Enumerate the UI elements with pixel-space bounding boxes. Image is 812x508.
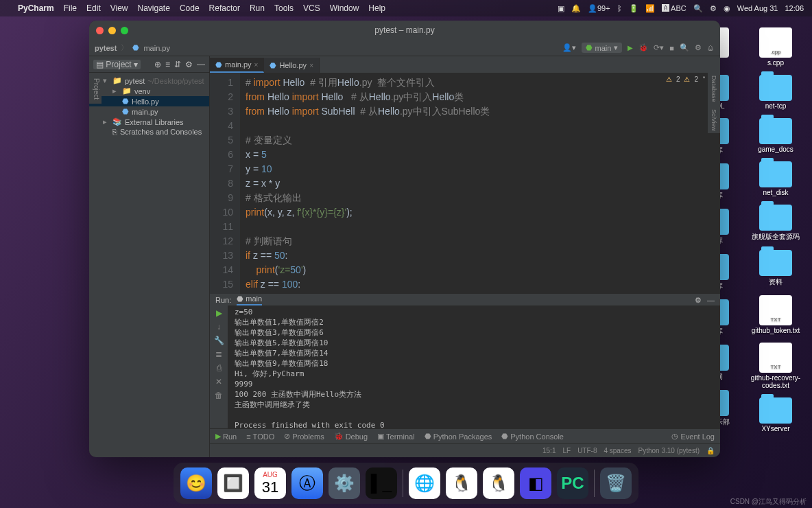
tree-row[interactable]: ⬣Hello.py bbox=[89, 96, 209, 106]
dock-pycharm[interactable]: PC bbox=[557, 467, 588, 499]
menu-tools[interactable]: Tools bbox=[274, 3, 294, 13]
status-caret-pos[interactable]: 15:1 bbox=[542, 447, 556, 454]
status-screen-icon[interactable]: ▣ bbox=[558, 4, 564, 13]
desktop-item[interactable]: XYserver bbox=[759, 397, 792, 432]
close-tab-icon[interactable]: × bbox=[254, 61, 259, 69]
tree-row[interactable]: ⎘Scratches and Consoles bbox=[89, 127, 209, 137]
desktop-item[interactable]: 旗舰版全套源码 bbox=[752, 205, 800, 242]
status-indent[interactable]: 4 spaces bbox=[604, 447, 631, 454]
stripe-sciview[interactable]: SciView bbox=[710, 106, 717, 134]
status-input-source[interactable]: 🅰 ABC bbox=[662, 4, 686, 12]
tree-row[interactable]: ▾📁pytest ~/Desktop/pytest bbox=[89, 76, 209, 86]
window-titlebar[interactable]: pytest – main.py bbox=[89, 21, 720, 40]
ide-settings-icon[interactable]: ⚙ bbox=[695, 43, 702, 52]
print-icon[interactable]: ⎙ bbox=[217, 363, 222, 373]
status-bell-icon[interactable]: 🔔 bbox=[571, 4, 581, 13]
tree-row[interactable]: ⬣main.py bbox=[89, 106, 209, 117]
add-config-icon[interactable]: 👤▾ bbox=[562, 43, 576, 52]
menu-navigate[interactable]: Navigate bbox=[138, 3, 170, 13]
desktop-item[interactable]: 资料 bbox=[759, 250, 792, 287]
breadcrumb-file[interactable]: main.py bbox=[143, 44, 170, 52]
dock-settings[interactable]: ⚙️ bbox=[329, 467, 360, 499]
expand-all-icon[interactable]: ≡ bbox=[165, 60, 170, 69]
dock-qq[interactable]: 🐧 bbox=[446, 467, 477, 499]
tool-run[interactable]: ▶Run bbox=[215, 432, 237, 441]
trash-icon[interactable]: 🗑 bbox=[215, 391, 223, 400]
status-wifi-icon[interactable]: 📶 bbox=[645, 4, 655, 13]
run-tab-main[interactable]: ⬣ main bbox=[237, 295, 262, 305]
status-battery-icon[interactable]: 🔋 bbox=[629, 4, 638, 13]
dock-appstore[interactable]: Ⓐ bbox=[291, 467, 323, 499]
tool-python-console[interactable]: ⬣ Python Console bbox=[501, 432, 564, 441]
menu-refactor[interactable]: Refactor bbox=[209, 3, 240, 13]
stop-button[interactable]: ■ bbox=[669, 44, 674, 52]
tree-row[interactable]: ▸📁venv bbox=[89, 86, 209, 96]
desktop-item[interactable]: net-tcp bbox=[759, 75, 792, 110]
collapse-all-icon[interactable]: ⇵ bbox=[174, 60, 181, 69]
run-config-selector[interactable]: ⬣main ▾ bbox=[582, 43, 623, 53]
dock-calendar[interactable]: AUG31 bbox=[254, 467, 286, 499]
debug-button[interactable]: 🐞 bbox=[638, 43, 648, 52]
menu-view[interactable]: View bbox=[110, 3, 128, 13]
status-siri-icon[interactable]: ◉ bbox=[724, 4, 730, 13]
tool-python-packages[interactable]: ⬣ Python Packages bbox=[425, 432, 492, 441]
clear-icon[interactable]: ✕ bbox=[215, 377, 222, 386]
breadcrumb-project[interactable]: pytest bbox=[95, 44, 117, 52]
tree-row[interactable]: ▸📚External Libraries bbox=[89, 117, 209, 127]
tool-terminal[interactable]: ▣ Terminal bbox=[377, 432, 415, 441]
coverage-button[interactable]: ⟳▾ bbox=[654, 43, 664, 52]
run-button[interactable]: ▶ bbox=[628, 44, 633, 51]
status-notif-count[interactable]: 👤99+ bbox=[588, 4, 610, 13]
run-output[interactable]: z=50 输出单数值1,单数值两倍2 输出单数值3,单数值两倍6 输出单数值5,… bbox=[228, 305, 720, 432]
zoom-window-button[interactable] bbox=[121, 27, 128, 34]
menu-vcs[interactable]: VCS bbox=[303, 3, 320, 13]
code-content[interactable]: # import Hello # 引用Hello.py 整个文件引入 from … bbox=[240, 73, 720, 294]
menu-run[interactable]: Run bbox=[250, 3, 265, 13]
dock-trash[interactable]: 🗑️ bbox=[600, 467, 632, 499]
inspection-up-icon[interactable]: ˄ bbox=[702, 76, 706, 83]
dock-launchpad[interactable]: 🔲 bbox=[217, 467, 249, 499]
dock-app-generic[interactable]: ◧ bbox=[520, 467, 551, 499]
tool-todo[interactable]: ≡ TODO bbox=[246, 432, 274, 441]
run-settings-icon[interactable]: ⚙ bbox=[695, 296, 702, 305]
project-view-selector[interactable]: ▤ Project ▾ bbox=[93, 60, 141, 69]
settings-icon[interactable]: ⚙ bbox=[185, 60, 193, 69]
run-hide-icon[interactable]: — bbox=[707, 296, 715, 304]
traffic-lights[interactable] bbox=[96, 27, 128, 34]
desktop-item[interactable]: github_token.txt bbox=[752, 295, 800, 334]
hide-tool-icon[interactable]: — bbox=[197, 60, 205, 69]
menu-file[interactable]: File bbox=[64, 3, 77, 13]
scroll-end-icon[interactable]: ≣ bbox=[215, 349, 222, 359]
tool-event-log[interactable]: ◷ Event Log bbox=[671, 432, 715, 441]
tool-debug[interactable]: 🐞 Debug bbox=[334, 432, 368, 441]
inspection-widget[interactable]: ⚠2 ⚠2 ˄ ˅ bbox=[666, 76, 713, 83]
dock-terminal[interactable]: ▌_ bbox=[366, 467, 397, 499]
status-interpreter[interactable]: Python 3.10 (pytest) bbox=[638, 447, 700, 454]
desktop-item[interactable]: net_disk bbox=[759, 161, 792, 196]
app-name-menu[interactable]: PyCharm bbox=[18, 3, 54, 13]
tool-problems[interactable]: ⊘ Problems bbox=[284, 432, 324, 441]
notifications-icon[interactable]: 🕭 bbox=[707, 44, 715, 52]
desktop-item[interactable]: game_docs bbox=[758, 118, 793, 153]
menubar-date[interactable]: Wed Aug 31 bbox=[737, 4, 778, 12]
status-bluetooth-icon[interactable]: ᛒ bbox=[617, 4, 622, 12]
dock-finder[interactable]: 😊 bbox=[180, 467, 212, 499]
status-encoding[interactable]: UTF-8 bbox=[577, 447, 597, 454]
status-line-sep[interactable]: LF bbox=[562, 447, 571, 454]
close-window-button[interactable] bbox=[96, 27, 104, 34]
editor-tab[interactable]: ⬣main.py × bbox=[210, 58, 264, 73]
stripe-database[interactable]: Database bbox=[710, 73, 717, 105]
search-everywhere-icon[interactable]: 🔍 bbox=[680, 43, 689, 52]
menu-help[interactable]: Help bbox=[368, 3, 385, 13]
dock-chrome[interactable]: 🌐 bbox=[409, 467, 440, 499]
stripe-project[interactable]: Project bbox=[89, 74, 102, 104]
status-control-center-icon[interactable]: ⚙ bbox=[710, 4, 717, 13]
minimize-window-button[interactable] bbox=[108, 27, 116, 34]
code-editor[interactable]: 123456789101112131415 # import Hello # 引… bbox=[210, 73, 720, 294]
menu-window[interactable]: Window bbox=[330, 3, 359, 13]
menubar-time[interactable]: 12:06 bbox=[785, 4, 804, 12]
dock-qq2[interactable]: 🐧 bbox=[483, 467, 514, 499]
desktop-item[interactable]: github-recovery-codes.txt bbox=[745, 343, 807, 389]
close-tab-icon[interactable]: × bbox=[309, 62, 313, 69]
select-opened-file-icon[interactable]: ⊕ bbox=[154, 60, 161, 69]
